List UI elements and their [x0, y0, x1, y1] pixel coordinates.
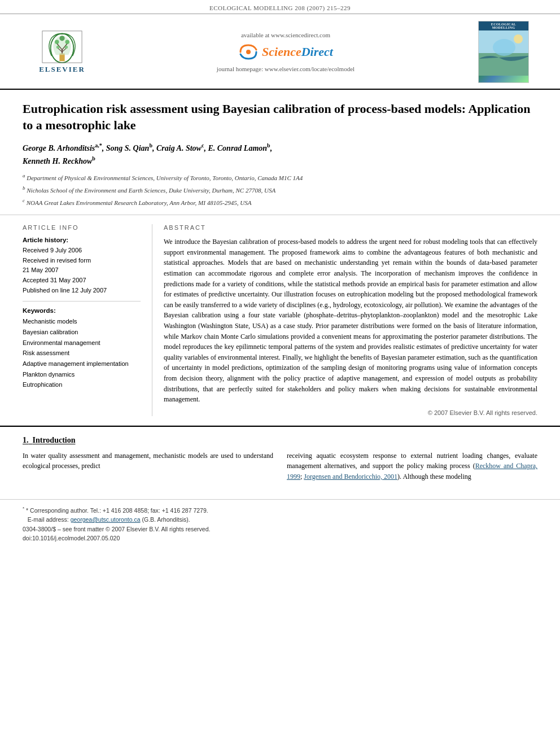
received-revised-date: 21 May 2007 [23, 265, 141, 276]
journal-cover: ECOLOGICALMODELLING [478, 21, 529, 83]
footer-corresponding: * * Corresponding author. Tel.: +1 416 2… [23, 505, 537, 515]
affil-c: c NOAA Great Lakes Environmental Researc… [23, 196, 537, 208]
footer-doi: doi:10.1016/j.ecolmodel.2007.05.020 [23, 534, 537, 543]
page: ECOLOGICAL MODELLING 208 (2007) 215–229 [0, 0, 560, 747]
keyword-4: Risk assessment [23, 348, 141, 359]
svg-point-7 [55, 40, 59, 44]
email-label: E-mail address: [28, 516, 69, 523]
footer-email-line: E-mail address: georgea@utsc.utoronto.ca… [23, 515, 537, 525]
received-revised-label: Received in revised form [23, 256, 141, 266]
keyword-2: Bayesian calibration [23, 327, 141, 338]
article-history-label: Article history: [23, 237, 141, 243]
authors-block: George B. Arhonditsisa,*, Song S. Qianb,… [23, 141, 537, 167]
elsevier-tree-icon [40, 30, 85, 64]
journal-cover-header: ECOLOGICALMODELLING [479, 21, 528, 30]
received-date: Received 9 July 2006 [23, 246, 141, 256]
introduction-section: 1. Introduction In water quality assessm… [0, 426, 560, 488]
affiliations-block: a Department of Physical & Environmental… [23, 172, 537, 208]
section-heading: 1. Introduction [23, 436, 537, 445]
section-title: Introduction [33, 436, 76, 444]
footer-sup-star: * [23, 506, 24, 511]
keyword-1: Mechanistic models [23, 316, 141, 327]
svg-point-16 [493, 39, 515, 56]
author-sup-b3: b [92, 155, 95, 161]
affil-b: b Nicholas School of the Environment and… [23, 184, 537, 195]
header-section: ELSEVIER available at www.sciencedirect.… [0, 14, 560, 90]
section-number: 1. [23, 436, 29, 444]
abstract-heading: ABSTRACT [164, 224, 537, 231]
svg-point-9 [56, 46, 60, 49]
affil-sup-b: b [23, 185, 25, 191]
affil-c-text: NOAA Great Lakes Environmental Research … [27, 199, 252, 206]
article-info-col: ARTICLE INFO Article history: Received 9… [23, 224, 152, 416]
intro-left-col: In water quality assessment and manageme… [23, 451, 273, 482]
intro-left-text: In water quality assessment and manageme… [23, 451, 273, 471]
keyword-6: Plankton dynamics [23, 369, 141, 380]
published-date: Published on line 12 July 2007 [23, 286, 141, 296]
journal-top-line: ECOLOGICAL MODELLING 208 (2007) 215–229 [0, 0, 560, 14]
keyword-7: Eutrophication [23, 379, 141, 390]
svg-point-13 [246, 50, 251, 54]
author-sup-a: a,* [95, 142, 102, 148]
article-info-heading: ARTICLE INFO [23, 224, 141, 231]
intro-right-col: receiving aquatic ecosystem response to … [287, 451, 537, 482]
keyword-3: Environmental management [23, 338, 141, 348]
affil-sup-c: c [23, 198, 25, 203]
title-section: Eutrophication risk assessment using Bay… [0, 90, 560, 215]
journal-citation: ECOLOGICAL MODELLING 208 (2007) 215–229 [209, 5, 351, 11]
svg-point-17 [514, 34, 523, 43]
ref-jorgensen-link: Jorgensen and Bendoricchio, 2001 [304, 473, 397, 480]
journal-homepage: journal homepage: www.elsevier.com/locat… [113, 65, 458, 72]
footer-section: * * Corresponding author. Tel.: +1 416 2… [0, 499, 560, 549]
keyword-5: Adaptive management implementation [23, 359, 141, 369]
available-text: available at www.sciencedirect.com [113, 32, 458, 38]
affil-b-text: Nicholas School of the Environment and E… [27, 186, 275, 193]
affil-a-text: Department of Physical & Environmental S… [27, 174, 303, 181]
svg-point-10 [65, 46, 68, 49]
header-center: available at www.sciencedirect.com Scien… [102, 32, 470, 72]
svg-point-11 [59, 36, 64, 41]
corresponding-author-text: * Corresponding author. Tel.: +1 416 208… [26, 506, 208, 513]
keywords-section: Keywords: Mechanistic models Bayesian ca… [23, 307, 141, 390]
abstract-text: We introduce the Bayesian calibration of… [164, 237, 537, 405]
email-link[interactable]: georgea@utsc.utoronto.ca [71, 516, 141, 523]
abstract-col: ABSTRACT We introduce the Bayesian calib… [152, 224, 537, 416]
copyright-line: © 2007 Elsevier B.V. All rights reserved… [164, 409, 537, 416]
info-divider [23, 301, 141, 302]
sciencedirect-icon [238, 42, 259, 62]
elsevier-logo-block: ELSEVIER [23, 30, 102, 74]
sciencedirect-text: ScienceDirect [262, 45, 333, 59]
accepted-date: Accepted 31 May 2007 [23, 276, 141, 286]
paper-title: Eutrophication risk assessment using Bay… [23, 101, 537, 133]
article-info-abstract-section: ARTICLE INFO Article history: Received 9… [0, 215, 560, 426]
sciencedirect-logo: ScienceDirect [113, 42, 458, 62]
svg-point-8 [65, 40, 69, 44]
journal-cover-block: ECOLOGICALMODELLING [470, 21, 537, 83]
keywords-label: Keywords: [23, 307, 141, 314]
affil-a: a Department of Physical & Environmental… [23, 172, 537, 183]
journal-cover-image [479, 30, 528, 82]
introduction-body: In water quality assessment and manageme… [23, 451, 537, 482]
elsevier-label: ELSEVIER [39, 65, 85, 74]
affil-sup-a: a [23, 173, 25, 178]
email-suffix: (G.B. Arhonditsis). [142, 516, 190, 523]
footer-license: 0304-3800/$ – see front matter © 2007 El… [23, 525, 537, 534]
intro-right-text: receiving aquatic ecosystem response to … [287, 451, 537, 482]
